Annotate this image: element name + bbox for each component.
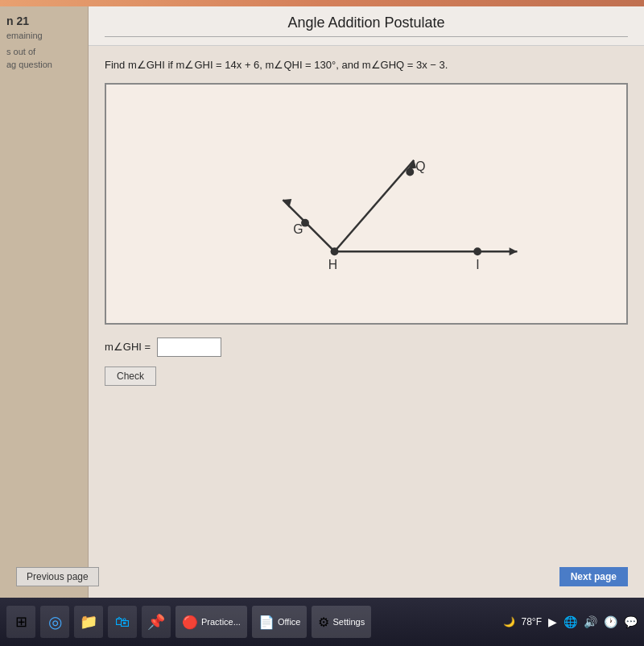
answer-input[interactable] [157,337,221,357]
main-container: n 21 emaining s out of ag question Angle… [0,6,644,598]
diagram-container: Q G H I [105,83,628,325]
search-icon: ◎ [48,612,62,632]
svg-text:I: I [476,257,479,271]
svg-point-7 [331,247,339,255]
question-area: Find m∠GHI if m∠GHI = 14x + 6, m∠QHI = 1… [89,46,644,80]
svg-text:H: H [328,257,337,271]
answer-row: m∠GHI = [89,333,644,362]
next-button[interactable]: Next page [559,567,628,586]
nav-row: Previous page Next page [0,562,644,591]
network-icon[interactable]: 🌐 [564,615,577,628]
page-title: Angle Addition Postulate [105,14,628,31]
practice-app-label: Practice... [201,617,241,627]
question-text: Find m∠GHI if m∠GHI = 14x + 6, m∠QHI = 1… [105,57,628,73]
content-panel: Angle Addition Postulate Find m∠GHI if m… [89,6,644,598]
sidebar: n 21 emaining s out of ag question [0,6,89,598]
chevron-icon[interactable]: ▶ [548,615,557,628]
temperature-display: 78°F [522,616,542,627]
office-app-label: Office [278,617,301,627]
start-button[interactable]: ⊞ [6,606,35,638]
weather-display: 🌙 [503,616,515,627]
check-button[interactable]: Check [105,366,156,386]
office-icon: 📄 [258,615,275,630]
diagram-svg: Q G H I [106,85,626,323]
store-button[interactable]: 🛍 [108,606,137,638]
office-app-button[interactable]: 📄 Office [252,606,308,638]
svg-point-10 [473,247,481,255]
svg-rect-0 [167,85,564,323]
clock-icon: 🕐 [604,615,617,628]
svg-point-8 [406,168,414,176]
title-underline [105,36,628,37]
practice-icon: 🔴 [182,615,198,630]
title-bar: Angle Addition Postulate [89,6,644,46]
windows-icon: ⊞ [15,613,27,631]
practice-app-button[interactable]: 🔴 Practice... [175,606,247,638]
settings-app-button[interactable]: ⚙ Settings [312,606,371,638]
settings-app-label: Settings [332,617,365,627]
previous-button[interactable]: Previous page [16,567,99,586]
flag-question-label: ag question [6,60,81,69]
answer-label: m∠GHI = [105,341,151,353]
folder-icon: 📁 [80,613,97,631]
check-btn-row: Check [89,362,644,391]
out-of-label: s out of [6,47,81,56]
settings-icon: ⚙ [318,615,329,630]
svg-text:G: G [293,222,303,236]
notification-icon[interactable]: 💬 [624,615,638,628]
search-button[interactable]: ◎ [40,606,69,638]
remaining-label: emaining [6,31,81,40]
system-tray: 🌙 78°F ▶ 🌐 🔊 🕐 💬 [503,615,638,628]
question-number: n 21 [6,14,81,27]
volume-icon[interactable]: 🔊 [584,615,597,628]
taskbar: ⊞ ◎ 📁 🛍 📌 🔴 Practice... 📄 Office ⚙ Setti… [0,598,644,646]
file-explorer-button[interactable]: 📁 [74,606,103,638]
store-icon: 🛍 [115,614,130,631]
top-bar [0,0,644,6]
pin-icon: 📌 [147,613,165,631]
taskbar-pin-button[interactable]: 📌 [142,606,171,638]
svg-text:Q: Q [415,159,425,172]
